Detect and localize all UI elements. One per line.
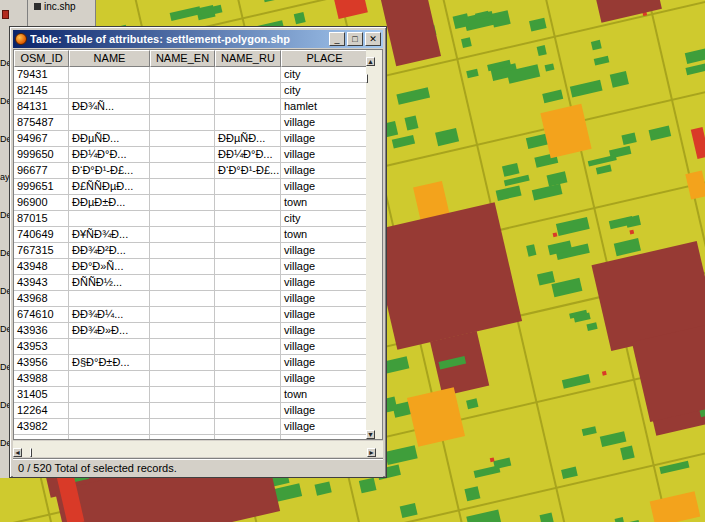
table-cell[interactable]: 43943 <box>14 275 69 291</box>
table-cell[interactable]: village <box>281 179 366 195</box>
table-cell[interactable]: village <box>281 259 366 275</box>
table-row[interactable]: 31405town <box>14 387 366 403</box>
table-cell[interactable] <box>150 243 215 259</box>
table-cell[interactable]: Ð¥ÑÐ¾Ð... <box>69 227 150 243</box>
table-cell[interactable]: 96900 <box>14 195 69 211</box>
table-row[interactable]: 43953village <box>14 339 366 355</box>
scroll-left-button[interactable]: ◄ <box>13 448 22 457</box>
table-cell[interactable]: 43988 <box>14 371 69 387</box>
table-cell[interactable] <box>215 179 281 195</box>
table-cell[interactable]: city <box>281 67 366 83</box>
table-cell[interactable] <box>215 291 281 307</box>
table-cell[interactable] <box>69 291 150 307</box>
table-cell[interactable] <box>150 307 215 323</box>
table-cell[interactable] <box>150 435 215 439</box>
table-cell[interactable]: ÐÑÑÐ½... <box>69 275 150 291</box>
table-cell[interactable] <box>215 243 281 259</box>
table-cell[interactable]: village <box>281 243 366 259</box>
table-cell[interactable] <box>69 67 150 83</box>
background-layer-item[interactable]: Def <box>0 398 9 436</box>
table-cell[interactable] <box>215 371 281 387</box>
scroll-right-button[interactable]: ► <box>367 448 376 457</box>
column-header-name_en[interactable]: NAME_EN <box>150 50 215 67</box>
table-cell[interactable]: ÐÐµÐ±Ð... <box>69 195 150 211</box>
table-cell[interactable]: 82145 <box>14 83 69 99</box>
table-cell[interactable] <box>150 371 215 387</box>
scroll-up-button[interactable]: ▲ <box>366 57 375 66</box>
table-cell[interactable]: village <box>281 115 366 131</box>
table-cell[interactable]: 87015 <box>14 211 69 227</box>
table-cell[interactable] <box>150 195 215 211</box>
close-button[interactable]: ✕ <box>365 32 381 46</box>
table-cell[interactable] <box>215 419 281 435</box>
background-layer-item[interactable]: Def <box>0 360 9 398</box>
vertical-scroll-thumb[interactable] <box>366 74 368 83</box>
table-cell[interactable]: 31405 <box>14 387 69 403</box>
table-cell[interactable] <box>215 275 281 291</box>
table-row[interactable]: 43988village <box>14 371 366 387</box>
background-layer-item[interactable]: Def <box>0 94 9 132</box>
table-cell[interactable]: 43936 <box>14 323 69 339</box>
table-cell[interactable]: Ð£ÑÑÐµÐ... <box>69 179 150 195</box>
table-cell[interactable] <box>150 259 215 275</box>
table-cell[interactable]: ÐÐ¼Ð°Ð... <box>69 147 150 163</box>
table-cell[interactable]: village <box>281 339 366 355</box>
table-cell[interactable] <box>69 419 150 435</box>
table-row[interactable]: 87015city <box>14 211 366 227</box>
table-cell[interactable] <box>150 339 215 355</box>
table-cell[interactable]: 43953 <box>14 339 69 355</box>
table-cell[interactable]: 740649 <box>14 227 69 243</box>
table-cell[interactable] <box>14 435 69 439</box>
table-row[interactable]: 674610ÐÐ¾Ð¼...village <box>14 307 366 323</box>
table-cell[interactable]: ÐÐ¾Ð¼... <box>69 307 150 323</box>
table-cell[interactable] <box>69 83 150 99</box>
table-cell[interactable] <box>150 147 215 163</box>
table-cell[interactable]: village <box>281 403 366 419</box>
table-cell[interactable] <box>69 435 150 439</box>
table-cell[interactable]: ÐÐ¾Ð»Ð... <box>69 323 150 339</box>
table-cell[interactable] <box>215 355 281 371</box>
table-cell[interactable] <box>69 115 150 131</box>
column-header-name[interactable]: NAME <box>69 50 150 67</box>
column-header-place[interactable]: PLACE <box>281 50 366 67</box>
table-cell[interactable]: 84131 <box>14 99 69 115</box>
table-cell[interactable] <box>150 419 215 435</box>
table-cell[interactable] <box>150 163 215 179</box>
table-cell[interactable]: 43982 <box>14 419 69 435</box>
table-cell[interactable]: ÐÐµÑÐ... <box>215 131 281 147</box>
table-cell[interactable] <box>215 211 281 227</box>
scroll-down-button[interactable]: ▼ <box>366 430 375 439</box>
table-cell[interactable] <box>150 83 215 99</box>
table-cell[interactable] <box>69 339 150 355</box>
table-cell[interactable] <box>215 323 281 339</box>
table-row[interactable]: 999651Ð£ÑÑÐµÐ...village <box>14 179 366 195</box>
table-row[interactable]: 84131ÐÐ¾Ñ...hamlet <box>14 99 366 115</box>
table-cell[interactable] <box>150 323 215 339</box>
table-cell[interactable] <box>150 275 215 291</box>
table-cell[interactable] <box>69 371 150 387</box>
table-row[interactable]: 12264village <box>14 403 366 419</box>
table-cell[interactable]: 43948 <box>14 259 69 275</box>
table-cell[interactable]: 999651 <box>14 179 69 195</box>
background-layer-item[interactable]: ay_ <box>0 170 9 208</box>
table-cell[interactable]: village <box>281 307 366 323</box>
table-cell[interactable] <box>69 387 150 403</box>
table-cell[interactable] <box>215 259 281 275</box>
table-cell[interactable] <box>150 131 215 147</box>
table-row[interactable]: 94967ÐÐµÑÐ...ÐÐµÑÐ...village <box>14 131 366 147</box>
table-cell[interactable]: village <box>281 275 366 291</box>
table-row[interactable]: 43943ÐÑÑÐ½...village <box>14 275 366 291</box>
maximize-button[interactable]: □ <box>347 32 363 46</box>
table-row[interactable]: 96677Ð‘Ð°Ð¹-Ð£...Ð‘Ð°Ð¹-Ð£...village <box>14 163 366 179</box>
table-cell[interactable] <box>69 403 150 419</box>
table-cell[interactable]: city <box>281 211 366 227</box>
table-cell[interactable]: town <box>281 387 366 403</box>
table-cell[interactable] <box>215 67 281 83</box>
table-row[interactable]: 43936ÐÐ¾Ð»Ð...village <box>14 323 366 339</box>
table-cell[interactable]: 875487 <box>14 115 69 131</box>
vertical-scrollbar[interactable]: ▲ ▼ <box>366 50 382 439</box>
table-row[interactable]: 79431city <box>14 67 366 83</box>
background-layer-item[interactable]: Def <box>0 56 9 94</box>
background-layer-item[interactable]: Def <box>0 284 9 322</box>
table-cell[interactable] <box>150 403 215 419</box>
